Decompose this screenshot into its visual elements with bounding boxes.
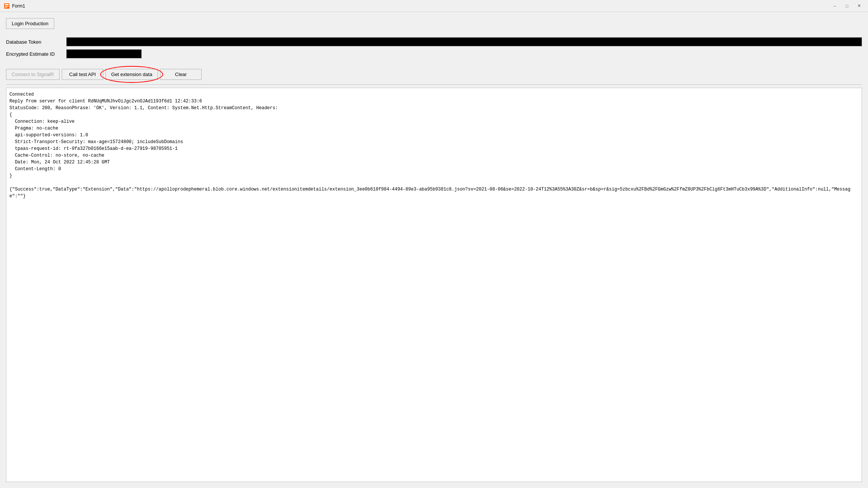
svg-rect-2	[5, 6, 9, 7]
title-bar-left: Form1	[4, 3, 25, 9]
title-bar: Form1 − □ ✕	[0, 0, 868, 12]
form-section: Database Token Encrypted Estimate ID	[6, 34, 862, 65]
database-token-label: Database Token	[6, 39, 66, 45]
connect-to-signalr-button[interactable]: Connect to SignalR	[6, 69, 60, 80]
svg-rect-3	[5, 7, 7, 8]
get-extension-data-button[interactable]: Get extension data	[105, 69, 158, 80]
login-production-button[interactable]: Login Production	[6, 18, 54, 29]
buttons-row: Connect to SignalR Call test API Get ext…	[6, 69, 862, 84]
encrypted-estimate-row: Encrypted Estimate ID	[6, 49, 862, 58]
form-icon	[4, 3, 10, 9]
minimize-button[interactable]: −	[830, 2, 840, 10]
main-content: Login Production Database Token Encrypte…	[0, 12, 868, 488]
database-token-row: Database Token	[6, 37, 862, 46]
database-token-input[interactable]	[66, 37, 862, 46]
call-test-api-button[interactable]: Call test API	[62, 69, 103, 80]
get-extension-wrapper: Get extension data	[105, 69, 158, 80]
title-bar-controls: − □ ✕	[830, 2, 864, 10]
divider	[6, 84, 862, 85]
top-section: Login Production	[6, 18, 862, 34]
clear-button[interactable]: Clear	[160, 69, 202, 80]
svg-rect-1	[5, 4, 9, 5]
window-title: Form1	[12, 3, 25, 9]
output-section: Connected Reply from server for client R…	[6, 88, 862, 482]
encrypted-estimate-label: Encrypted Estimate ID	[6, 51, 66, 57]
maximize-button[interactable]: □	[842, 2, 852, 10]
encrypted-estimate-input[interactable]	[66, 49, 142, 58]
close-button[interactable]: ✕	[854, 2, 864, 10]
